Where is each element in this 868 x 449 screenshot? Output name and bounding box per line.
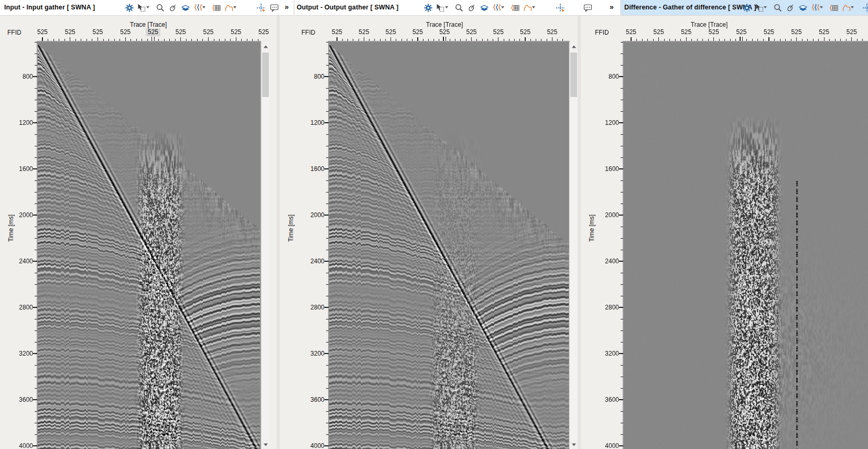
trace-axis-tick bbox=[752, 39, 753, 41]
trace-axis-tick bbox=[359, 39, 359, 41]
time-axis-tick bbox=[35, 88, 37, 89]
histogram-icon[interactable] bbox=[224, 3, 234, 13]
select-icon[interactable] bbox=[755, 3, 764, 13]
comment-icon[interactable] bbox=[583, 3, 593, 13]
select-icon[interactable] bbox=[137, 3, 146, 13]
trace-axis-tick bbox=[142, 39, 142, 41]
select-icon[interactable] bbox=[436, 3, 445, 13]
panel-header[interactable]: Input - Input gather [ SWNA ]» bbox=[0, 0, 294, 16]
trace-axis-tick bbox=[471, 37, 472, 41]
zoom-icon[interactable] bbox=[156, 3, 165, 13]
gear-icon[interactable] bbox=[424, 3, 433, 13]
time-axis-tick bbox=[35, 65, 37, 66]
time-axis-tick bbox=[326, 423, 329, 423]
zoom-icon[interactable] bbox=[773, 3, 783, 13]
trace-axis-tick bbox=[81, 39, 81, 41]
histogram-icon[interactable] bbox=[523, 3, 533, 13]
scrollbar-thumb[interactable] bbox=[262, 52, 269, 97]
wiggle-icon[interactable] bbox=[492, 3, 502, 13]
seismic-image[interactable] bbox=[38, 42, 260, 449]
time-axis-tick bbox=[326, 434, 329, 435]
chevron-down-icon[interactable] bbox=[501, 6, 504, 8]
time-axis-tick bbox=[326, 342, 329, 343]
seismic-image[interactable] bbox=[329, 42, 569, 449]
time-axis-tick bbox=[33, 215, 37, 215]
trace-axis-tick bbox=[697, 39, 698, 41]
trace-axis-tick bbox=[258, 39, 258, 41]
trace-axis-tick bbox=[158, 39, 159, 41]
trace-axis-tick bbox=[557, 39, 558, 41]
trace-axis-tick bbox=[108, 39, 109, 41]
time-tick-label: 2400 bbox=[310, 258, 324, 265]
overflow-chevron-icon[interactable]: » bbox=[610, 2, 614, 12]
layers-icon[interactable] bbox=[181, 3, 190, 13]
trace-marker-tick bbox=[446, 37, 446, 41]
layers-icon[interactable] bbox=[798, 3, 808, 13]
chevron-down-icon[interactable] bbox=[146, 6, 149, 8]
scroll-down-button[interactable] bbox=[262, 440, 269, 449]
trace-axis-tick bbox=[364, 37, 364, 41]
time-axis-tick bbox=[324, 399, 329, 400]
trace-axis-tick bbox=[724, 39, 725, 41]
time-axis-tick bbox=[35, 284, 37, 285]
time-axis-tick bbox=[33, 307, 37, 307]
trace-tick-label: 525 bbox=[120, 28, 131, 36]
trace-axis-tick bbox=[97, 37, 98, 41]
crosshair-icon[interactable] bbox=[256, 3, 266, 13]
trace-axis-tick bbox=[214, 39, 214, 41]
time-axis-tick bbox=[621, 227, 623, 227]
trace-marker-tick bbox=[742, 37, 743, 41]
scrollbar-thumb[interactable] bbox=[570, 52, 577, 97]
trace-axis-tick bbox=[407, 39, 407, 41]
time-tick-label: 3200 bbox=[310, 350, 324, 357]
gear-icon[interactable] bbox=[125, 3, 134, 13]
grid-icon[interactable] bbox=[511, 3, 520, 13]
time-axis-tick bbox=[324, 215, 329, 215]
grid-icon[interactable] bbox=[829, 3, 839, 13]
crosshair-icon[interactable] bbox=[556, 3, 565, 13]
panel-content: FFIDTrace [Trace]Time [ms]52552552552552… bbox=[0, 16, 277, 449]
grid-icon[interactable] bbox=[212, 3, 221, 13]
vertical-scrollbar[interactable] bbox=[569, 42, 578, 449]
trace-axis-tick bbox=[230, 39, 231, 41]
mouse-icon[interactable] bbox=[786, 3, 795, 13]
panel-header[interactable]: Difference - Gather of difference [ SWNA… bbox=[621, 0, 868, 16]
scroll-down-button[interactable] bbox=[570, 440, 578, 449]
time-axis-tick bbox=[621, 134, 623, 135]
overflow-chevron-icon[interactable]: » bbox=[285, 2, 289, 12]
scroll-up-button[interactable] bbox=[262, 42, 269, 51]
crosshair-icon[interactable] bbox=[862, 3, 868, 13]
time-axis-tick bbox=[326, 42, 329, 42]
trace-axis-tick bbox=[509, 39, 509, 41]
panel-header[interactable]: Output - Output gather [ SWNA ]» bbox=[295, 0, 620, 16]
trace-axis-tick bbox=[75, 39, 76, 41]
time-axis-tick bbox=[621, 65, 623, 66]
comment-icon[interactable] bbox=[270, 3, 279, 13]
wiggle-icon[interactable] bbox=[193, 3, 203, 13]
wiggle-icon[interactable] bbox=[811, 3, 820, 13]
histogram-icon[interactable] bbox=[842, 3, 851, 13]
scroll-up-button[interactable] bbox=[570, 42, 578, 51]
trace-axis-tick bbox=[197, 39, 198, 41]
chevron-down-icon[interactable] bbox=[851, 6, 854, 8]
chevron-down-icon[interactable] bbox=[820, 6, 823, 8]
time-axis-tick bbox=[619, 122, 623, 123]
chevron-down-icon[interactable] bbox=[764, 6, 767, 8]
chevron-down-icon[interactable] bbox=[445, 6, 448, 8]
chevron-down-icon[interactable] bbox=[532, 6, 535, 8]
trace-axis-tick bbox=[504, 39, 504, 41]
seismic-image[interactable] bbox=[624, 42, 868, 449]
scroll-up-arrow-icon bbox=[572, 45, 576, 48]
chevron-down-icon[interactable] bbox=[202, 6, 205, 8]
chevron-down-icon[interactable] bbox=[233, 6, 236, 8]
time-axis-tick bbox=[621, 273, 623, 273]
trace-tick-label: 525 bbox=[736, 28, 746, 36]
mouse-icon[interactable] bbox=[168, 3, 178, 13]
zoom-icon[interactable] bbox=[454, 3, 464, 13]
seismic-workspace: Input - Input gather [ SWNA ]»FFIDTrace … bbox=[0, 0, 868, 449]
layers-icon[interactable] bbox=[480, 3, 489, 13]
gear-icon[interactable] bbox=[742, 3, 752, 13]
vertical-scrollbar[interactable] bbox=[261, 42, 269, 449]
time-axis-tick bbox=[621, 204, 623, 204]
mouse-icon[interactable] bbox=[467, 3, 476, 13]
